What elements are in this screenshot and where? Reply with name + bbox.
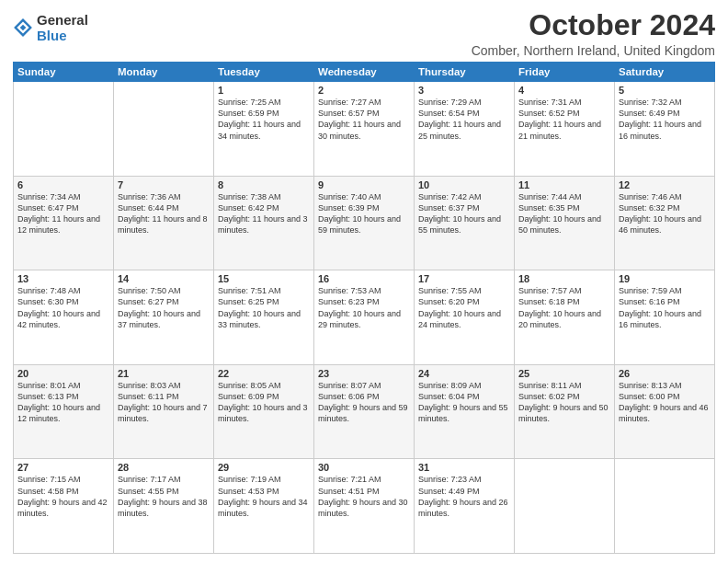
- calendar-cell: 19Sunrise: 7:59 AM Sunset: 6:16 PM Dayli…: [615, 270, 715, 365]
- day-content: Sunrise: 7:42 AM Sunset: 6:37 PM Dayligh…: [418, 191, 510, 236]
- calendar-cell: 20Sunrise: 8:01 AM Sunset: 6:13 PM Dayli…: [14, 364, 114, 459]
- calendar-cell: 28Sunrise: 7:17 AM Sunset: 4:55 PM Dayli…: [114, 459, 214, 554]
- week-row-0: 1Sunrise: 7:25 AM Sunset: 6:59 PM Daylig…: [14, 82, 715, 177]
- calendar-cell: 11Sunrise: 7:44 AM Sunset: 6:35 PM Dayli…: [515, 176, 615, 270]
- calendar-cell: 2Sunrise: 7:27 AM Sunset: 6:57 PM Daylig…: [314, 82, 415, 177]
- day-number: 7: [118, 179, 210, 190]
- calendar-cell: 1Sunrise: 7:25 AM Sunset: 6:59 PM Daylig…: [214, 82, 314, 177]
- day-content: Sunrise: 8:11 AM Sunset: 6:02 PM Dayligh…: [518, 380, 610, 425]
- logo-icon: [13, 17, 33, 38]
- day-content: Sunrise: 7:44 AM Sunset: 6:35 PM Dayligh…: [518, 191, 610, 236]
- calendar-cell: 24Sunrise: 8:09 AM Sunset: 6:04 PM Dayli…: [415, 364, 515, 459]
- day-content: Sunrise: 7:50 AM Sunset: 6:27 PM Dayligh…: [118, 285, 210, 330]
- day-content: Sunrise: 7:38 AM Sunset: 6:42 PM Dayligh…: [218, 191, 310, 236]
- calendar-cell: [14, 82, 114, 177]
- calendar-cell: 17Sunrise: 7:55 AM Sunset: 6:20 PM Dayli…: [415, 270, 515, 365]
- day-number: 18: [518, 273, 610, 284]
- calendar-cell: 18Sunrise: 7:57 AM Sunset: 6:18 PM Dayli…: [515, 270, 615, 365]
- day-number: 9: [318, 179, 410, 190]
- day-number: 22: [218, 368, 310, 379]
- day-content: Sunrise: 8:09 AM Sunset: 6:04 PM Dayligh…: [418, 380, 510, 425]
- calendar-cell: 26Sunrise: 8:13 AM Sunset: 6:00 PM Dayli…: [615, 364, 715, 459]
- day-number: 19: [619, 273, 711, 284]
- calendar-cell: 30Sunrise: 7:21 AM Sunset: 4:51 PM Dayli…: [314, 459, 415, 554]
- day-number: 24: [418, 368, 510, 379]
- day-content: Sunrise: 8:13 AM Sunset: 6:00 PM Dayligh…: [619, 380, 711, 425]
- day-number: 31: [418, 462, 510, 473]
- calendar-cell: 21Sunrise: 8:03 AM Sunset: 6:11 PM Dayli…: [114, 364, 214, 459]
- day-number: 15: [218, 273, 310, 284]
- calendar-cell: 7Sunrise: 7:36 AM Sunset: 6:44 PM Daylig…: [114, 176, 214, 270]
- calendar-cell: 16Sunrise: 7:53 AM Sunset: 6:23 PM Dayli…: [314, 270, 415, 365]
- logo-blue: Blue: [37, 29, 88, 44]
- day-number: 20: [17, 368, 109, 379]
- day-content: Sunrise: 7:53 AM Sunset: 6:23 PM Dayligh…: [318, 285, 410, 330]
- day-content: Sunrise: 7:59 AM Sunset: 6:16 PM Dayligh…: [619, 285, 711, 330]
- day-content: Sunrise: 7:34 AM Sunset: 6:47 PM Dayligh…: [17, 191, 109, 236]
- calendar-cell: [114, 82, 214, 177]
- day-header-saturday: Saturday: [615, 63, 715, 82]
- calendar-cell: 4Sunrise: 7:31 AM Sunset: 6:52 PM Daylig…: [515, 82, 615, 177]
- calendar-cell: 8Sunrise: 7:38 AM Sunset: 6:42 PM Daylig…: [214, 176, 314, 270]
- calendar-cell: 15Sunrise: 7:51 AM Sunset: 6:25 PM Dayli…: [214, 270, 314, 365]
- day-content: Sunrise: 7:31 AM Sunset: 6:52 PM Dayligh…: [518, 97, 610, 142]
- day-number: 16: [318, 273, 410, 284]
- day-number: 26: [619, 368, 711, 379]
- calendar-cell: 25Sunrise: 8:11 AM Sunset: 6:02 PM Dayli…: [515, 364, 615, 459]
- calendar-cell: [515, 459, 615, 554]
- day-number: 11: [518, 179, 610, 190]
- day-number: 5: [619, 85, 711, 96]
- day-number: 1: [218, 85, 310, 96]
- day-content: Sunrise: 7:29 AM Sunset: 6:54 PM Dayligh…: [418, 97, 510, 142]
- week-row-4: 27Sunrise: 7:15 AM Sunset: 4:58 PM Dayli…: [14, 459, 715, 554]
- calendar-cell: 22Sunrise: 8:05 AM Sunset: 6:09 PM Dayli…: [214, 364, 314, 459]
- day-content: Sunrise: 8:05 AM Sunset: 6:09 PM Dayligh…: [218, 380, 310, 425]
- day-number: 23: [318, 368, 410, 379]
- calendar-cell: [615, 459, 715, 554]
- calendar-cell: 5Sunrise: 7:32 AM Sunset: 6:49 PM Daylig…: [615, 82, 715, 177]
- logo-text: General Blue: [37, 13, 88, 43]
- page: General Blue October 2024 Comber, Northe…: [0, 0, 728, 563]
- calendar-cell: 3Sunrise: 7:29 AM Sunset: 6:54 PM Daylig…: [415, 82, 515, 177]
- calendar-cell: 10Sunrise: 7:42 AM Sunset: 6:37 PM Dayli…: [415, 176, 515, 270]
- day-content: Sunrise: 7:57 AM Sunset: 6:18 PM Dayligh…: [518, 285, 610, 330]
- day-header-friday: Friday: [515, 63, 615, 82]
- week-row-3: 20Sunrise: 8:01 AM Sunset: 6:13 PM Dayli…: [14, 364, 715, 459]
- day-number: 17: [418, 273, 510, 284]
- day-content: Sunrise: 7:17 AM Sunset: 4:55 PM Dayligh…: [118, 474, 210, 519]
- day-number: 2: [318, 85, 410, 96]
- day-number: 6: [17, 179, 109, 190]
- title-block: October 2024 Comber, Northern Ireland, U…: [472, 9, 715, 58]
- day-number: 10: [418, 179, 510, 190]
- day-content: Sunrise: 7:19 AM Sunset: 4:53 PM Dayligh…: [218, 474, 310, 519]
- day-content: Sunrise: 7:36 AM Sunset: 6:44 PM Dayligh…: [118, 191, 210, 236]
- week-row-2: 13Sunrise: 7:48 AM Sunset: 6:30 PM Dayli…: [14, 270, 715, 365]
- day-content: Sunrise: 7:55 AM Sunset: 6:20 PM Dayligh…: [418, 285, 510, 330]
- day-content: Sunrise: 7:21 AM Sunset: 4:51 PM Dayligh…: [318, 474, 410, 519]
- day-number: 21: [118, 368, 210, 379]
- month-title: October 2024: [472, 9, 715, 41]
- day-content: Sunrise: 7:27 AM Sunset: 6:57 PM Dayligh…: [318, 97, 410, 142]
- day-content: Sunrise: 7:23 AM Sunset: 4:49 PM Dayligh…: [418, 474, 510, 519]
- week-row-1: 6Sunrise: 7:34 AM Sunset: 6:47 PM Daylig…: [14, 176, 715, 270]
- calendar-cell: 14Sunrise: 7:50 AM Sunset: 6:27 PM Dayli…: [114, 270, 214, 365]
- day-number: 8: [218, 179, 310, 190]
- day-header-sunday: Sunday: [14, 63, 114, 82]
- day-number: 29: [218, 462, 310, 473]
- day-header-tuesday: Tuesday: [214, 63, 314, 82]
- calendar-cell: 6Sunrise: 7:34 AM Sunset: 6:47 PM Daylig…: [14, 176, 114, 270]
- day-content: Sunrise: 7:51 AM Sunset: 6:25 PM Dayligh…: [218, 285, 310, 330]
- day-number: 12: [619, 179, 711, 190]
- day-number: 4: [518, 85, 610, 96]
- day-content: Sunrise: 8:07 AM Sunset: 6:06 PM Dayligh…: [318, 380, 410, 425]
- day-content: Sunrise: 8:01 AM Sunset: 6:13 PM Dayligh…: [17, 380, 109, 425]
- calendar-cell: 12Sunrise: 7:46 AM Sunset: 6:32 PM Dayli…: [615, 176, 715, 270]
- day-content: Sunrise: 7:32 AM Sunset: 6:49 PM Dayligh…: [619, 97, 711, 142]
- calendar-cell: 31Sunrise: 7:23 AM Sunset: 4:49 PM Dayli…: [415, 459, 515, 554]
- day-number: 30: [318, 462, 410, 473]
- logo-general: General: [37, 13, 88, 29]
- day-number: 13: [17, 273, 109, 284]
- header: General Blue October 2024 Comber, Northe…: [13, 9, 715, 58]
- day-content: Sunrise: 7:25 AM Sunset: 6:59 PM Dayligh…: [218, 97, 310, 142]
- day-number: 3: [418, 85, 510, 96]
